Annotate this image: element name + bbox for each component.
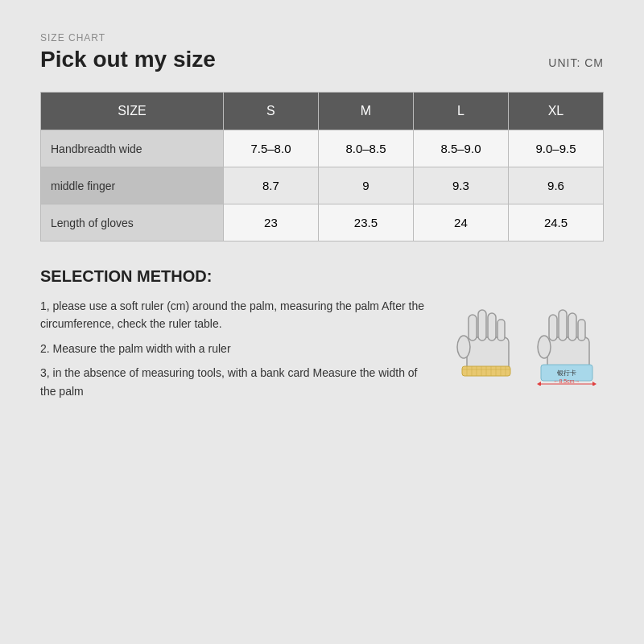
svg-rect-22	[578, 320, 585, 341]
col-header-m: M	[318, 93, 413, 130]
table-row: middle finger8.799.39.6	[41, 167, 604, 204]
cell-0-2: 8.5–9.0	[413, 130, 508, 167]
cell-2-1: 23.5	[318, 204, 413, 242]
svg-rect-2	[469, 315, 477, 341]
svg-rect-20	[559, 310, 567, 341]
selection-step-3: 3, in the absence of measuring tools, wi…	[40, 364, 435, 400]
selection-method-section: SELECTION METHOD: 1, please use a soft r…	[40, 267, 604, 407]
cell-0-1: 8.0–8.5	[318, 130, 413, 167]
svg-text:银行卡: 银行卡	[556, 369, 576, 377]
glove-with-card: 银行卡 ←8.5cm→	[531, 297, 604, 386]
table-row: Length of gloves2323.52424.5	[41, 204, 604, 242]
cell-1-3: 9.6	[508, 167, 603, 204]
svg-point-1	[457, 336, 470, 358]
col-header-xl: XL	[508, 93, 603, 130]
svg-rect-19	[549, 315, 557, 341]
size-chart-label: SIZE CHART	[40, 32, 604, 43]
cell-0-3: 9.0–9.5	[508, 130, 603, 167]
svg-marker-26	[537, 382, 541, 386]
selection-step-2: 2. Measure the palm width with a ruler	[40, 340, 435, 357]
size-table: SIZE S M L XL Handbreadth wide7.5–8.08.0…	[40, 92, 604, 242]
cell-1-2: 9.3	[413, 167, 508, 204]
glove-illustrations: 银行卡 ←8.5cm→	[451, 297, 604, 386]
row-label-1: middle finger	[41, 167, 224, 204]
row-label-0: Handbreadth wide	[41, 130, 224, 167]
svg-marker-27	[592, 382, 597, 386]
col-header-size: SIZE	[41, 93, 224, 130]
cell-1-1: 9	[318, 167, 413, 204]
row-label-2: Length of gloves	[41, 204, 224, 242]
cell-1-0: 8.7	[223, 167, 318, 204]
unit-label: UNIT: CM	[548, 56, 604, 69]
cell-2-2: 24	[413, 204, 508, 242]
svg-point-18	[538, 336, 551, 358]
main-title: Pick out my size	[40, 47, 216, 72]
col-header-s: S	[223, 93, 318, 130]
selection-step-1: 1, please use a soft ruler (cm) around t…	[40, 297, 435, 333]
cell-2-0: 23	[223, 204, 318, 242]
table-row: Handbreadth wide7.5–8.08.0–8.58.5–9.09.0…	[41, 130, 604, 167]
selection-method-title: SELECTION METHOD:	[40, 267, 604, 286]
cell-2-3: 24.5	[508, 204, 603, 242]
svg-text:←8.5cm→: ←8.5cm→	[553, 378, 580, 384]
glove-with-tape	[451, 297, 523, 386]
col-header-l: L	[413, 93, 508, 130]
selection-steps: 1, please use a soft ruler (cm) around t…	[40, 297, 435, 407]
svg-rect-4	[488, 313, 496, 341]
svg-rect-3	[478, 310, 486, 341]
svg-rect-21	[568, 313, 576, 341]
cell-0-0: 7.5–8.0	[223, 130, 318, 167]
svg-rect-5	[497, 320, 505, 341]
